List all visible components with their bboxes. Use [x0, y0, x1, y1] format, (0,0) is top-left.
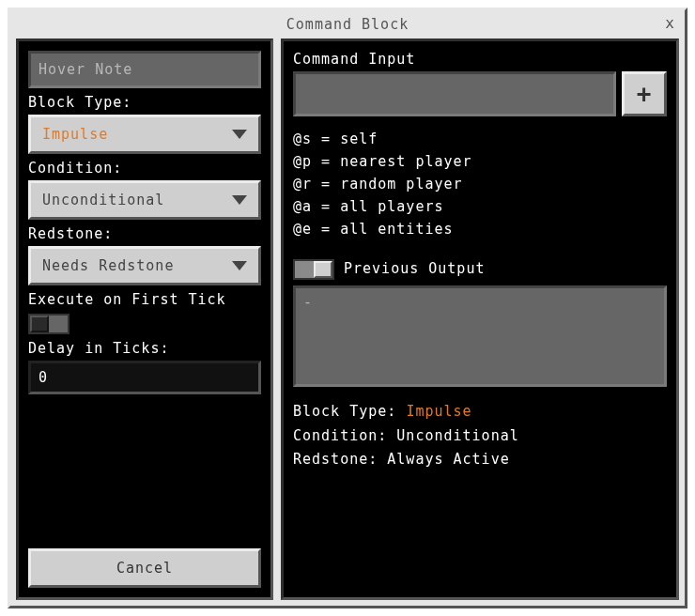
- command-input-label: Command Input: [293, 51, 667, 68]
- window: Command Block x Hover Note Block Type: I…: [8, 8, 687, 608]
- redstone-select[interactable]: Needs Redstone: [28, 246, 261, 285]
- add-button[interactable]: +: [622, 71, 667, 116]
- chevron-down-icon: [232, 130, 247, 139]
- window-title: Command Block: [286, 16, 409, 33]
- previous-output-field: -: [293, 285, 667, 387]
- block-type-value: Impulse: [42, 126, 108, 143]
- redstone-label: Redstone:: [28, 225, 261, 242]
- ref-random: @r = random player: [293, 173, 667, 195]
- toggle-knob: [314, 261, 332, 278]
- previous-output-label: Previous Output: [344, 260, 485, 277]
- ref-self: @s = self: [293, 128, 667, 150]
- execute-first-tick-label: Execute on First Tick: [28, 291, 261, 308]
- block-type-select[interactable]: Impulse: [28, 115, 261, 154]
- summary: Block Type: Impulse Condition: Unconditi…: [293, 400, 667, 472]
- previous-output-text: -: [303, 294, 313, 311]
- ref-all-players: @a = all players: [293, 195, 667, 218]
- toggle-knob: [30, 316, 49, 332]
- close-icon[interactable]: x: [665, 14, 675, 32]
- chevron-down-icon: [232, 195, 247, 205]
- previous-output-toggle[interactable]: [293, 259, 334, 280]
- right-panel: Command Input + @s = self @p = nearest p…: [281, 38, 679, 600]
- delay-value: 0: [39, 369, 48, 386]
- delay-input[interactable]: 0: [28, 361, 261, 394]
- condition-select[interactable]: Unconditional: [28, 180, 261, 220]
- command-input[interactable]: [293, 71, 616, 116]
- ref-nearest: @p = nearest player: [293, 150, 667, 173]
- chevron-down-icon: [232, 261, 247, 270]
- execute-first-tick-toggle[interactable]: [28, 314, 70, 334]
- delay-label: Delay in Ticks:: [28, 340, 261, 357]
- summary-redstone: Redstone: Always Active: [293, 448, 667, 472]
- condition-value: Unconditional: [42, 192, 164, 208]
- plus-icon: +: [637, 80, 653, 108]
- hover-note-placeholder: Hover Note: [39, 61, 132, 78]
- block-type-label: Block Type:: [28, 94, 261, 111]
- cancel-button[interactable]: Cancel: [28, 548, 261, 588]
- left-panel: Hover Note Block Type: Impulse Condition…: [16, 38, 273, 600]
- hover-note-input[interactable]: Hover Note: [28, 51, 261, 88]
- ref-all-entities: @e = all entities: [293, 218, 667, 240]
- condition-label: Condition:: [28, 160, 261, 177]
- redstone-value: Needs Redstone: [42, 257, 174, 274]
- summary-condition: Condition: Unconditional: [293, 424, 667, 449]
- titlebar: Command Block x: [10, 10, 685, 38]
- cancel-label: Cancel: [116, 560, 173, 577]
- summary-block-type: Block Type: Impulse: [293, 400, 667, 424]
